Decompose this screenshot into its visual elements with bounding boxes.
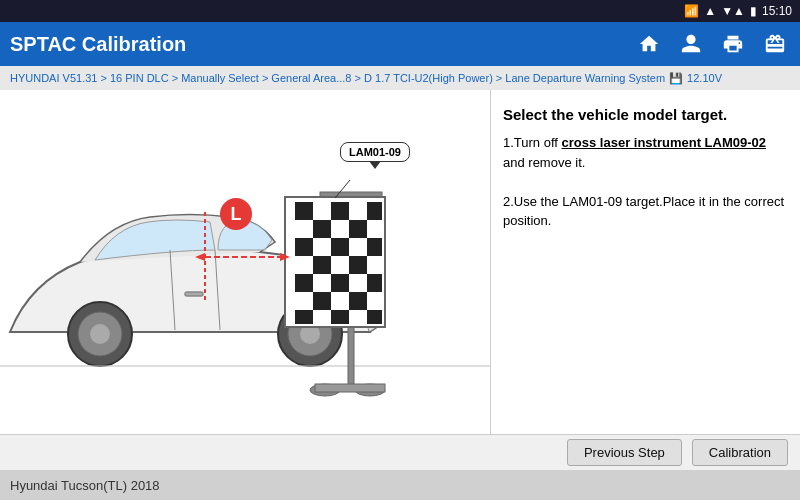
svg-rect-40: [367, 274, 382, 292]
step2-text: 2.Use the LAM01-09 target.Place it in th…: [503, 194, 784, 229]
svg-rect-28: [331, 238, 349, 256]
svg-rect-36: [295, 274, 313, 292]
svg-rect-22: [313, 220, 331, 238]
diagram-area: LAM01-09 L: [0, 90, 490, 434]
instruction-body: 1.Turn off cross laser instrument LAM09-…: [503, 133, 788, 231]
svg-rect-47: [313, 310, 331, 324]
svg-rect-49: [349, 310, 367, 324]
svg-rect-35: [367, 256, 382, 274]
svg-rect-25: [367, 220, 382, 238]
svg-rect-33: [331, 256, 349, 274]
voltage-text: 12.10V: [687, 72, 722, 84]
wifi-icon: ▼▲: [721, 4, 745, 18]
previous-step-button[interactable]: Previous Step: [567, 439, 682, 466]
step1-link: cross laser instrument LAM09-02: [562, 135, 766, 150]
time-display: 15:10: [762, 4, 792, 18]
svg-rect-16: [295, 202, 313, 220]
svg-rect-19: [349, 202, 367, 220]
action-bar: Previous Step Calibration: [0, 434, 800, 470]
print-icon[interactable]: [718, 29, 748, 59]
svg-rect-44: [349, 292, 367, 310]
bottom-bar: Hyundai Tucson(TL) 2018: [0, 470, 800, 500]
svg-rect-50: [367, 310, 382, 324]
svg-rect-53: [315, 384, 385, 392]
calibration-diagram: [0, 90, 490, 434]
main-content: LAM01-09 L Select the vehicle model targ…: [0, 90, 800, 434]
breadcrumb: HYUNDAI V51.31 > 16 PIN DLC > Manually S…: [0, 66, 800, 90]
marker-text: L: [231, 204, 242, 225]
calibration-button[interactable]: Calibration: [692, 439, 788, 466]
svg-rect-48: [331, 310, 349, 324]
bubble-text: LAM01-09: [349, 146, 401, 158]
svg-rect-31: [295, 256, 313, 274]
svg-rect-26: [295, 238, 313, 256]
svg-rect-3: [185, 292, 203, 296]
step1-suffix: and remove it.: [503, 155, 585, 170]
svg-rect-23: [331, 220, 349, 238]
app-title: SPTAC Calibration: [10, 33, 634, 56]
svg-rect-27: [313, 238, 331, 256]
status-bar: 📶 ▲ ▼▲ ▮ 15:10: [0, 0, 800, 22]
svg-rect-18: [331, 202, 349, 220]
bluetooth-icon: 📶: [684, 4, 699, 18]
svg-point-11: [90, 324, 110, 344]
svg-rect-45: [367, 292, 382, 310]
sd-icon: 💾: [669, 72, 683, 85]
header: SPTAC Calibration: [0, 22, 800, 66]
svg-rect-21: [295, 220, 313, 238]
status-icons: 📶 ▲ ▼▲ ▮ 15:10: [684, 4, 792, 18]
svg-rect-17: [313, 202, 331, 220]
export-icon[interactable]: [760, 29, 790, 59]
svg-rect-37: [313, 274, 331, 292]
step1-prefix: 1.Turn off: [503, 135, 562, 150]
svg-rect-32: [313, 256, 331, 274]
svg-rect-41: [295, 292, 313, 310]
header-icons: [634, 29, 790, 59]
user-icon[interactable]: [676, 29, 706, 59]
breadcrumb-text: HYUNDAI V51.31 > 16 PIN DLC > Manually S…: [10, 72, 665, 84]
vehicle-info: Hyundai Tucson(TL) 2018: [10, 478, 160, 493]
signal-icon: ▲: [704, 4, 716, 18]
svg-rect-34: [349, 256, 367, 274]
target-label-bubble: LAM01-09: [340, 142, 410, 162]
svg-rect-20: [367, 202, 382, 220]
instructions-area: Select the vehicle model target. 1.Turn …: [490, 90, 800, 434]
svg-rect-43: [331, 292, 349, 310]
svg-rect-39: [349, 274, 367, 292]
svg-rect-42: [313, 292, 331, 310]
svg-rect-30: [367, 238, 382, 256]
position-marker-l: L: [220, 198, 252, 230]
svg-rect-24: [349, 220, 367, 238]
svg-rect-38: [331, 274, 349, 292]
battery-icon: ▮: [750, 4, 757, 18]
instruction-title: Select the vehicle model target.: [503, 106, 788, 123]
svg-rect-46: [295, 310, 313, 324]
svg-rect-29: [349, 238, 367, 256]
home-icon[interactable]: [634, 29, 664, 59]
